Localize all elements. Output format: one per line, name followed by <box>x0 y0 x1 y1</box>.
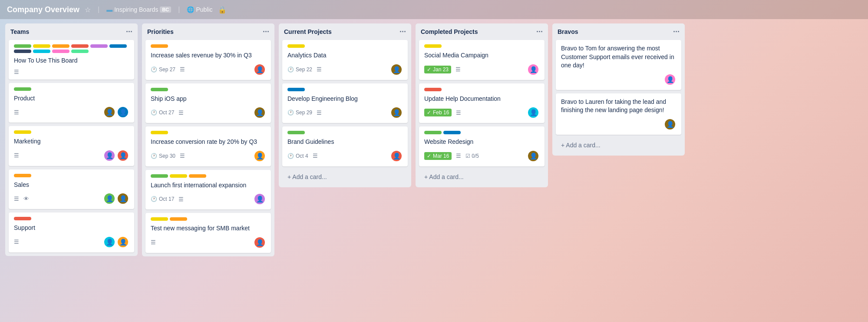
label-orange <box>52 44 69 48</box>
visibility-label: Public <box>196 6 212 13</box>
avatars: 👤 <box>254 193 266 205</box>
label-blue <box>443 131 461 134</box>
clock-icon: 🕐 <box>151 153 157 159</box>
card-labels <box>14 130 129 134</box>
card-labels <box>151 217 266 221</box>
card-meta-left: 🕐Oct 27☰ <box>151 110 184 116</box>
card-meta-left: ☰ <box>151 239 156 246</box>
card[interactable]: Sales ☰👁 👤👤 <box>9 169 134 209</box>
card[interactable]: Support ☰ 👤👤 <box>9 212 134 252</box>
card-meta: 🕐Sep 27☰ 👤 <box>151 63 266 76</box>
label-green <box>151 174 168 178</box>
column-header: Completed Projects ··· <box>416 23 548 38</box>
add-card-button[interactable]: + Add a card... <box>419 170 545 184</box>
desc-icon: ☰ <box>455 66 461 73</box>
card[interactable]: Increase sales revenue by 30% in Q3 🕐Sep… <box>145 40 271 80</box>
card[interactable]: Update Help Documentation ✓Feb 16☰ 👤 <box>419 83 545 123</box>
add-card-button[interactable]: + Add a card... <box>282 170 408 184</box>
desc-icon: ☰ <box>180 66 185 73</box>
card-labels <box>151 44 266 48</box>
label-orange <box>151 44 168 48</box>
desc-icon: ☰ <box>14 109 19 116</box>
label-green <box>424 131 442 134</box>
desc-icon: ☰ <box>14 69 19 75</box>
card-meta: ☰ 👤👤 <box>14 149 129 162</box>
label-yellow <box>14 130 31 134</box>
card[interactable]: Ship iOS app 🕐Oct 27☰ 👤 <box>145 83 271 123</box>
avatars: 👤 <box>254 150 266 162</box>
board-title: Company Overview <box>7 5 79 14</box>
label-lime <box>71 50 89 53</box>
column-title: Completed Projects <box>421 28 478 35</box>
card-meta: 🕐Sep 22☰ 👤 <box>287 63 403 76</box>
visibility-button[interactable]: 🌐 Public <box>187 6 212 13</box>
desc-icon: ☰ <box>14 239 19 245</box>
card-meta: 🕐Oct 17☰ 👤 <box>151 193 266 205</box>
card-meta-left: ☰ <box>14 152 19 159</box>
globe-icon: 🌐 <box>187 6 194 13</box>
label-dark <box>14 50 31 53</box>
card[interactable]: Website Redesign ✓Mar 16☰☑0/5 👤 <box>419 126 545 166</box>
avatars: 👤 <box>390 150 403 162</box>
card[interactable]: Marketing ☰ 👤👤 <box>9 126 134 166</box>
cards-container: Analytics Data 🕐Sep 22☰ 👤 Develop Engine… <box>279 38 411 170</box>
avatar: 👤 <box>117 193 129 205</box>
card[interactable]: How To Use This Board ☰ <box>9 40 134 80</box>
card[interactable]: Increase conversion rate by 20% by Q3 🕐S… <box>145 126 271 166</box>
card-title: Brand Guidelines <box>287 138 403 146</box>
card[interactable]: Analytics Data 🕐Sep 22☰ 👤 <box>282 40 408 80</box>
card-title: Product <box>14 94 129 103</box>
avatar: 👤 <box>254 150 266 162</box>
card-title: Social Media Campaign <box>424 51 539 60</box>
card[interactable]: Launch first international expansion 🕐Oc… <box>145 170 271 210</box>
bravo-card[interactable]: Bravo to Lauren for taking the lead and … <box>556 93 681 135</box>
column-menu-icon[interactable]: ··· <box>673 28 680 36</box>
label-pink <box>52 50 69 53</box>
card-date-done: ✓Jan 23 <box>424 66 451 73</box>
cards-container: Increase sales revenue by 30% in Q3 🕐Sep… <box>142 38 274 256</box>
card-meta-left: ☰ <box>14 69 19 75</box>
bravo-card[interactable]: Bravo to Tom for answering the most Cust… <box>556 40 681 90</box>
card-labels <box>287 44 403 48</box>
avatar: 👤 <box>103 106 116 118</box>
card-checklist: ☑0/5 <box>465 153 479 159</box>
card[interactable]: Brand Guidelines 🕐Oct 4☰ 👤 <box>282 126 408 166</box>
avatar: 👤 <box>664 73 676 86</box>
avatar: 👤 <box>254 63 266 76</box>
avatars: 👤👤 <box>103 149 129 162</box>
card-title: Website Redesign <box>424 138 539 146</box>
desc-icon: ☰ <box>317 110 322 116</box>
card[interactable]: Product ☰ 👤👤 <box>9 83 134 123</box>
column-menu-icon[interactable]: ··· <box>399 28 406 36</box>
card-meta-left: 🕐Oct 17☰ <box>151 196 184 202</box>
star-icon[interactable]: ☆ <box>85 6 91 14</box>
header-divider-2: | <box>178 6 180 13</box>
avatar: 👤 <box>390 150 403 162</box>
column-teams: Teams ··· How To Use This Board ☰ Produc… <box>5 23 138 256</box>
avatar: 👤 <box>117 236 129 248</box>
avatar: 👤 <box>527 150 539 162</box>
card[interactable]: Develop Engineering Blog 🕐Sep 29☰ 👤 <box>282 83 408 123</box>
card[interactable]: Test new messaging for SMB market ☰ 👤 <box>145 213 271 253</box>
label-red <box>71 44 89 48</box>
card-title: Increase conversion rate by 20% by Q3 <box>151 138 266 146</box>
card-title: How To Use This Board <box>14 56 129 65</box>
column-menu-icon[interactable]: ··· <box>263 28 269 36</box>
desc-icon: ☰ <box>317 66 322 73</box>
card[interactable]: Social Media Campaign ✓Jan 23☰ 👤 <box>419 40 545 80</box>
add-card-button[interactable]: + Add a card... <box>556 138 681 152</box>
bravo-text: Bravo to Lauren for taking the lead and … <box>561 98 676 115</box>
desc-icon: ☰ <box>313 153 318 159</box>
card-meta: 🕐Oct 27☰ 👤 <box>151 106 266 119</box>
card-title: Launch first international expansion <box>151 181 266 190</box>
cards-container: Social Media Campaign ✓Jan 23☰ 👤 Update … <box>416 38 548 170</box>
avatars: 👤👤 <box>103 106 129 118</box>
column-menu-icon[interactable]: ··· <box>536 28 543 36</box>
avatar: 👤 <box>117 106 129 118</box>
lock-icon[interactable]: 🔒 <box>218 6 227 14</box>
avatar: 👤 <box>103 149 116 162</box>
column-title: Teams <box>10 28 29 35</box>
column-priorities: Priorities ··· Increase sales revenue by… <box>142 23 274 256</box>
workspace-link[interactable]: ▬ Inspiring Boards BC <box>106 6 171 13</box>
column-menu-icon[interactable]: ··· <box>126 28 132 36</box>
